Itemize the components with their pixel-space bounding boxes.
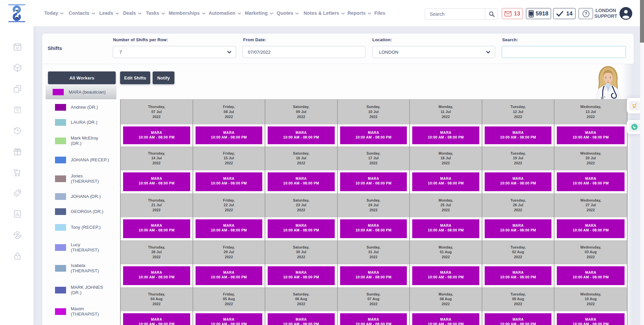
svg-text:?: ?: [585, 11, 587, 16]
svg-text:12: 12: [16, 46, 19, 50]
